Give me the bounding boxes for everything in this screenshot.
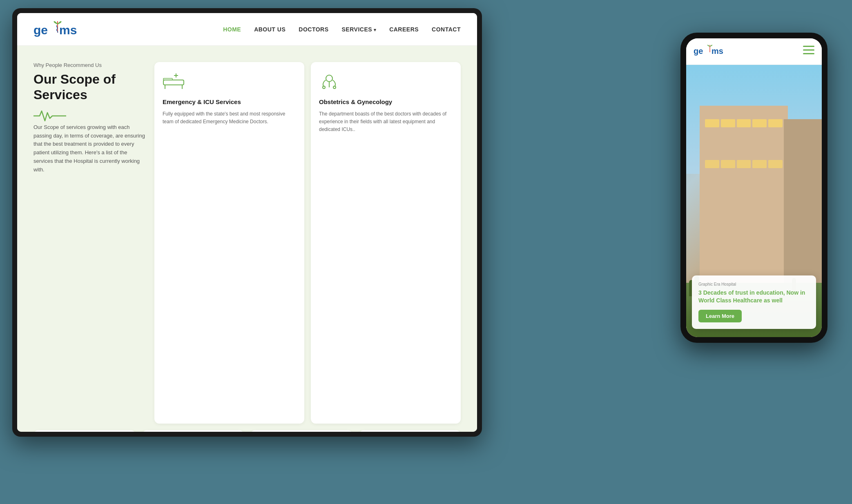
learn-more-button[interactable]: Learn More [698, 310, 742, 322]
nav-item-contact[interactable]: CONTACT [432, 26, 461, 33]
svg-point-11 [333, 86, 336, 89]
nav-item-careers[interactable]: CAREERS [389, 26, 419, 33]
desktop-content: Why People Recommend Us Our Scope of Ser… [17, 46, 477, 432]
service-card-xray: X-Ray, CT Scan, Ultrasound, 3T MRI 128 S… [33, 430, 136, 432]
nav-link-home[interactable]: HOME [223, 26, 241, 33]
svg-rect-30 [803, 49, 814, 51]
svg-rect-31 [803, 53, 814, 54]
services-header: Why People Recommend Us Our Scope of Ser… [33, 62, 148, 424]
mobile-card-tag: Graphic Era Hospital [698, 282, 810, 286]
logo-svg: ge ms [33, 20, 83, 39]
mobile-card-title: 3 Decades of trust in education, Now in … [698, 289, 810, 305]
mobile-info-card: Graphic Era Hospital 3 Decades of trust … [692, 275, 816, 329]
nav-link-services[interactable]: SERVICES [342, 26, 377, 33]
hospital-bed-icon [163, 72, 296, 92]
svg-text:ms: ms [711, 47, 723, 56]
svg-rect-3 [163, 80, 184, 85]
nav-link-contact[interactable]: CONTACT [432, 26, 461, 33]
mobile-hero: Graphic Era Hospital 3 Decades of trust … [686, 65, 822, 337]
mobile-phone-frame: ge ms [680, 33, 827, 343]
hamburger-menu[interactable] [803, 46, 814, 57]
svg-text:ms: ms [59, 23, 77, 37]
nav-link-about[interactable]: ABOUT US [254, 26, 285, 33]
nav-item-home[interactable]: HOME [223, 26, 241, 33]
service-desc-obstetrics: The department boasts of the best doctor… [319, 110, 453, 134]
service-card-ortho: Orthopaedics Surgery & Joint Replacement… [250, 430, 352, 432]
desktop-navbar: ge ms HOME [17, 13, 477, 46]
bottom-services-grid: X-Ray, CT Scan, Ultrasound, 3T MRI 128 S… [33, 430, 461, 432]
nav-links: HOME ABOUT US DOCTORS SERVICES CAREERS C… [223, 26, 461, 33]
mobile-navbar: ge ms [686, 38, 822, 65]
service-card-gp: General Physician Out Patient and In-Pat… [359, 430, 461, 432]
services-title: Our Scope of Services [33, 71, 148, 103]
svg-rect-29 [803, 46, 814, 47]
nav-link-doctors[interactable]: DOCTORS [299, 26, 328, 33]
nav-item-doctors[interactable]: DOCTORS [299, 26, 328, 33]
service-card-emergency: Emergency & ICU Services Fully equipped … [154, 62, 304, 424]
services-description: Our Scope of services growing with each … [33, 123, 148, 174]
nav-item-about[interactable]: ABOUT US [254, 26, 285, 33]
desktop-screen: ge ms HOME [17, 13, 477, 432]
svg-text:ge: ge [33, 23, 48, 37]
svg-point-10 [323, 86, 325, 89]
obstetrics-icon [319, 72, 453, 92]
nav-link-careers[interactable]: CAREERS [389, 26, 419, 33]
desktop-browser-frame: ge ms HOME [12, 8, 482, 437]
service-name-emergency: Emergency & ICU Services [163, 98, 296, 106]
mobile-screen: ge ms [686, 38, 822, 337]
svg-text:ge: ge [694, 47, 703, 56]
svg-rect-4 [163, 78, 172, 80]
services-subtitle: Why People Recommend Us [33, 62, 148, 68]
service-card-ecg: ECG, Echo, TMT The most advanced machine… [142, 430, 244, 432]
heartbeat-icon [33, 109, 148, 123]
mobile-logo[interactable]: ge ms [694, 44, 726, 59]
service-desc-emergency: Fully equipped with the state's best and… [163, 110, 296, 126]
svg-point-9 [326, 75, 332, 82]
service-name-obstetrics: Obstetrics & Gynecology [319, 98, 453, 106]
service-card-obstetrics: Obstetrics & Gynecology The department b… [311, 62, 461, 424]
desktop-logo[interactable]: ge ms [33, 20, 83, 39]
nav-item-services[interactable]: SERVICES [342, 26, 377, 33]
